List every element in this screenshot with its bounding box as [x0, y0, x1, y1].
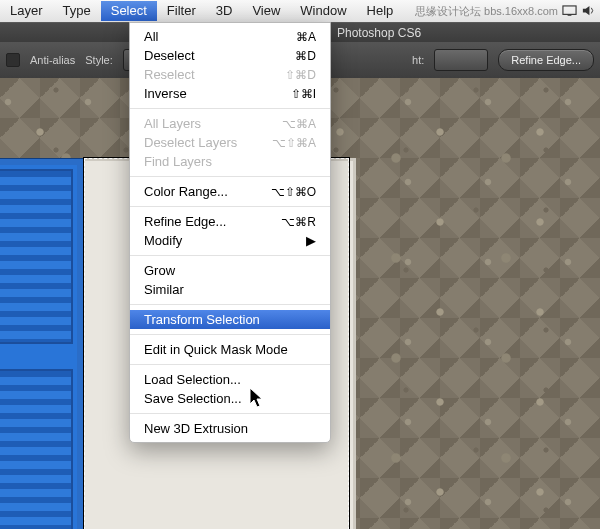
shortcut: ⌥⇧⌘A: [272, 136, 316, 150]
menu-item-modify[interactable]: Modify▶: [130, 231, 330, 250]
menu-item-inverse[interactable]: Inverse⇧⌘I: [130, 84, 330, 103]
refine-edge-button[interactable]: Refine Edge...: [498, 49, 594, 71]
menu-separator: [130, 255, 330, 256]
menu-item-load-selection[interactable]: Load Selection...: [130, 370, 330, 389]
svg-rect-0: [563, 6, 576, 14]
shortcut: ⌥⌘A: [282, 117, 316, 131]
menu-separator: [130, 108, 330, 109]
menu-separator: [130, 206, 330, 207]
menu-separator: [130, 334, 330, 335]
menu-item-deselect[interactable]: Deselect⌘D: [130, 46, 330, 65]
menu-item-deselect-layers: Deselect Layers⌥⇧⌘A: [130, 133, 330, 152]
ht-label: ht:: [412, 54, 424, 66]
shutter-left: [0, 158, 84, 529]
menu-item-grow[interactable]: Grow: [130, 261, 330, 280]
menu-item-all[interactable]: All⌘A: [130, 27, 330, 46]
menu-item-save-selection[interactable]: Save Selection...: [130, 389, 330, 408]
menu-item-find-layers: Find Layers: [130, 152, 330, 171]
shortcut: ⌘A: [296, 30, 316, 44]
app-title: Photoshop CS6: [337, 26, 421, 40]
menu-filter[interactable]: Filter: [157, 1, 206, 21]
menu-help[interactable]: Help: [357, 1, 404, 21]
menubar: Layer Type Select Filter 3D View Window …: [0, 0, 600, 23]
height-input[interactable]: [434, 49, 488, 71]
submenu-arrow-icon: ▶: [306, 233, 316, 248]
menu-select[interactable]: Select: [101, 1, 157, 21]
menu-window[interactable]: Window: [290, 1, 356, 21]
menu-item-quick-mask[interactable]: Edit in Quick Mask Mode: [130, 340, 330, 359]
menu-item-color-range[interactable]: Color Range...⌥⇧⌘O: [130, 182, 330, 201]
menu-item-similar[interactable]: Similar: [130, 280, 330, 299]
menu-type[interactable]: Type: [53, 1, 101, 21]
volume-icon[interactable]: [581, 5, 596, 17]
svg-marker-2: [583, 6, 590, 15]
menu-separator: [130, 176, 330, 177]
shortcut: ⌥⌘R: [281, 215, 316, 229]
menu-layer[interactable]: Layer: [0, 1, 53, 21]
shortcut: ⌘D: [295, 49, 316, 63]
anti-alias-checkbox[interactable]: [6, 53, 20, 67]
menu-item-reselect: Reselect⇧⌘D: [130, 65, 330, 84]
watermark-text: 思缘设计论坛 bbs.16xx8.com: [415, 4, 558, 19]
menu-view[interactable]: View: [242, 1, 290, 21]
display-icon[interactable]: [562, 5, 577, 17]
select-menu: All⌘A Deselect⌘D Reselect⇧⌘D Inverse⇧⌘I …: [129, 22, 331, 443]
menu-item-transform-selection[interactable]: Transform Selection: [130, 310, 330, 329]
menu-3d[interactable]: 3D: [206, 1, 243, 21]
menu-item-refine-edge[interactable]: Refine Edge...⌥⌘R: [130, 212, 330, 231]
menu-item-new-3d-extrusion[interactable]: New 3D Extrusion: [130, 419, 330, 438]
style-label: Style:: [85, 54, 113, 66]
menu-separator: [130, 304, 330, 305]
shortcut: ⇧⌘I: [291, 87, 316, 101]
shortcut: ⇧⌘D: [285, 68, 316, 82]
menu-item-all-layers: All Layers⌥⌘A: [130, 114, 330, 133]
anti-alias-label: Anti-alias: [30, 54, 75, 66]
shortcut: ⌥⇧⌘O: [271, 185, 316, 199]
menu-separator: [130, 413, 330, 414]
menu-separator: [130, 364, 330, 365]
